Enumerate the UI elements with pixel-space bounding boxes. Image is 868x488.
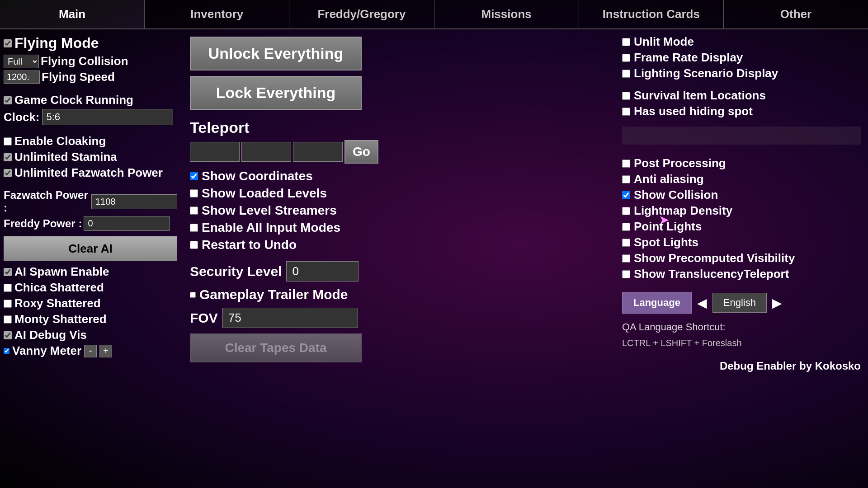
survival-item-label: Survival Item Locations xyxy=(634,89,766,103)
show-translucency-label: Show TranslucencyTeleport xyxy=(634,267,789,281)
lighting-scenario-row[interactable]: Lighting Scenario Display xyxy=(622,66,861,80)
ai-debug-checkbox[interactable] xyxy=(4,331,12,339)
enable-all-input-checkbox[interactable] xyxy=(190,224,198,232)
show-collision-row[interactable]: Show Collision xyxy=(622,188,861,202)
fov-input[interactable] xyxy=(222,308,358,328)
gameplay-trailer-checkbox[interactable] xyxy=(190,292,196,298)
tab-inventory[interactable]: Inventory xyxy=(145,0,289,28)
flying-collision-select[interactable]: Full None xyxy=(4,55,39,68)
unlit-mode-row[interactable]: Unlit Mode xyxy=(622,35,861,49)
clear-tapes-button[interactable]: Clear Tapes Data xyxy=(190,333,362,362)
post-processing-row[interactable]: Post Processing xyxy=(622,156,861,170)
fazwatch-power-label: Fazwatch Power : xyxy=(4,189,90,214)
frame-rate-checkbox[interactable] xyxy=(622,54,630,62)
enable-cloaking-checkbox[interactable] xyxy=(4,137,12,145)
monty-shattered-checkbox[interactable] xyxy=(4,315,12,324)
clock-input[interactable] xyxy=(42,109,173,125)
has-used-hiding-checkbox[interactable] xyxy=(622,108,630,116)
game-clock-label: Game Clock Running xyxy=(14,93,133,107)
survival-item-checkbox[interactable] xyxy=(622,92,630,100)
enable-cloaking-label: Enable Cloaking xyxy=(14,134,106,148)
tab-other[interactable]: Other xyxy=(724,0,868,28)
restart-undo-row[interactable]: Restart to Undo xyxy=(190,238,606,252)
show-translucency-checkbox[interactable] xyxy=(622,270,630,278)
vanny-meter-minus-button[interactable]: - xyxy=(84,345,97,357)
lightmap-density-row[interactable]: Lightmap Density xyxy=(622,204,861,218)
flying-speed-input[interactable] xyxy=(4,70,40,84)
enable-all-input-row[interactable]: Enable All Input Modes xyxy=(190,221,606,235)
language-prev-button[interactable]: ◀ xyxy=(695,294,709,312)
gameplay-trailer-row[interactable]: Gameplay Trailer Mode xyxy=(190,287,606,302)
lightmap-density-label: Lightmap Density xyxy=(634,204,732,218)
tab-instruction-cards[interactable]: Instruction Cards xyxy=(579,0,724,28)
post-processing-checkbox[interactable] xyxy=(622,160,630,168)
chica-shattered-row[interactable]: Chica Shattered xyxy=(4,281,177,295)
anti-aliasing-row[interactable]: Anti aliasing xyxy=(622,172,861,186)
show-loaded-levels-row[interactable]: Show Loaded Levels xyxy=(190,186,606,201)
monty-shattered-row[interactable]: Monty Shattered xyxy=(4,312,177,326)
teleport-z-input[interactable] xyxy=(293,142,343,162)
survival-item-row[interactable]: Survival Item Locations xyxy=(622,89,861,103)
show-coordinates-row[interactable]: Show Coordinates xyxy=(190,169,606,183)
show-level-streamers-row[interactable]: Show Level Streamers xyxy=(190,203,606,218)
security-level-input[interactable] xyxy=(286,261,359,282)
enable-cloaking-row[interactable]: Enable Cloaking xyxy=(4,134,177,148)
show-precomputed-label: Show Precomputed Visibility xyxy=(634,251,795,265)
ai-spawn-row[interactable]: AI Spawn Enable xyxy=(4,265,177,279)
monty-shattered-label: Monty Shattered xyxy=(14,312,107,326)
language-button[interactable]: Language xyxy=(622,292,692,314)
teleport-go-button[interactable]: Go xyxy=(344,140,378,164)
clear-ai-button[interactable]: Clear AI xyxy=(4,236,177,261)
tab-missions[interactable]: Missions xyxy=(434,0,579,28)
show-translucency-row[interactable]: Show TranslucencyTeleport xyxy=(622,267,861,281)
show-collision-checkbox[interactable] xyxy=(622,191,630,199)
game-clock-checkbox[interactable] xyxy=(4,96,12,104)
game-clock-row[interactable]: Game Clock Running xyxy=(4,93,177,107)
show-loaded-levels-label: Show Loaded Levels xyxy=(202,186,327,201)
vanny-meter-plus-button[interactable]: + xyxy=(99,345,112,357)
lighting-scenario-checkbox[interactable] xyxy=(622,70,630,78)
tab-freddy-gregory[interactable]: Freddy/Gregory xyxy=(289,0,434,28)
anti-aliasing-label: Anti aliasing xyxy=(634,172,704,186)
unlit-mode-checkbox[interactable] xyxy=(622,38,630,46)
chica-shattered-checkbox[interactable] xyxy=(4,284,12,292)
fazwatch-power-input[interactable] xyxy=(91,194,177,209)
point-lights-label: Point Lights xyxy=(634,220,702,234)
teleport-y-input[interactable] xyxy=(241,142,291,162)
ai-spawn-checkbox[interactable] xyxy=(4,268,12,276)
flying-mode-row[interactable]: Flying Mode xyxy=(4,35,177,52)
restart-undo-checkbox[interactable] xyxy=(190,241,198,249)
spot-lights-label: Spot Lights xyxy=(634,235,698,249)
unlock-everything-button[interactable]: Unlock Everything xyxy=(190,37,362,70)
anti-aliasing-checkbox[interactable] xyxy=(622,175,630,183)
roxy-shattered-checkbox[interactable] xyxy=(4,300,12,308)
unlimited-stamina-row[interactable]: Unlimited Stamina xyxy=(4,150,177,164)
freddy-power-input[interactable] xyxy=(84,216,170,231)
spot-lights-row[interactable]: Spot Lights xyxy=(622,235,861,249)
frame-rate-row[interactable]: Frame Rate Display xyxy=(622,51,861,65)
ai-debug-row[interactable]: AI Debug Vis xyxy=(4,328,177,342)
freddy-power-label: Freddy Power : xyxy=(4,217,82,230)
restart-undo-label: Restart to Undo xyxy=(202,238,297,252)
spot-lights-checkbox[interactable] xyxy=(622,239,630,247)
unlimited-fazwatch-row[interactable]: Unlimited Fazwatch Power xyxy=(4,166,177,180)
has-used-hiding-row[interactable]: Has used hiding spot xyxy=(622,104,861,118)
lightmap-density-checkbox[interactable] xyxy=(622,207,630,215)
show-level-streamers-checkbox[interactable] xyxy=(190,206,198,215)
point-lights-row[interactable]: Point Lights xyxy=(622,220,861,234)
tab-main[interactable]: Main xyxy=(0,0,145,28)
show-precomputed-checkbox[interactable] xyxy=(622,254,630,263)
flying-mode-checkbox[interactable] xyxy=(4,39,12,47)
teleport-x-input[interactable] xyxy=(190,142,240,162)
show-precomputed-row[interactable]: Show Precomputed Visibility xyxy=(622,251,861,265)
vanny-meter-checkbox[interactable] xyxy=(4,348,9,354)
unlimited-stamina-checkbox[interactable] xyxy=(4,153,12,161)
unlimited-fazwatch-checkbox[interactable] xyxy=(4,169,12,177)
point-lights-checkbox[interactable] xyxy=(622,223,630,231)
language-next-button[interactable]: ▶ xyxy=(770,294,784,312)
chica-shattered-label: Chica Shattered xyxy=(14,281,104,295)
show-coordinates-checkbox[interactable] xyxy=(190,172,198,180)
roxy-shattered-row[interactable]: Roxy Shattered xyxy=(4,296,177,310)
lock-everything-button[interactable]: Lock Everything xyxy=(190,76,362,110)
show-loaded-levels-checkbox[interactable] xyxy=(190,189,198,197)
